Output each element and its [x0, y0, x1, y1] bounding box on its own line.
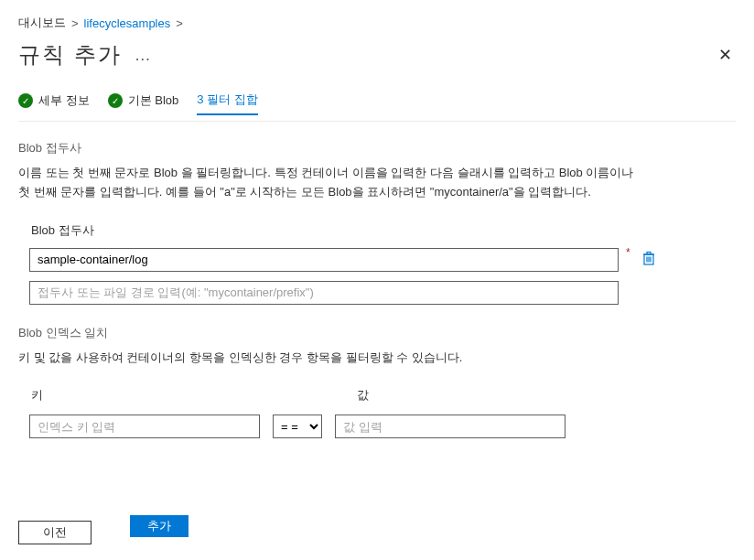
wizard-steps: ✓ 세부 정보 ✓ 기본 Blob 3 필터 집합 — [18, 92, 736, 115]
breadcrumb-link-lifecyclesamples[interactable]: lifecyclesamples — [84, 16, 171, 30]
prefix-input-row-1: * — [18, 248, 736, 272]
wizard-step-label: 세부 정보 — [38, 92, 90, 109]
breadcrumb-root[interactable]: 대시보드 — [18, 15, 66, 31]
prefix-field-label: Blob 접두사 — [31, 222, 736, 239]
index-section: Blob 인덱스 일치 키 및 값을 사용하여 컨테이너의 항목을 인덱싱한 경… — [18, 325, 736, 439]
breadcrumb: 대시보드 > lifecyclesamples > — [18, 15, 736, 31]
prefix-input-1[interactable] — [29, 248, 619, 272]
wizard-step-base-blob[interactable]: ✓ 기본 Blob — [108, 92, 179, 114]
prefix-input-row-2 — [18, 281, 736, 305]
close-button[interactable]: ✕ — [715, 41, 736, 69]
index-value-input[interactable] — [335, 415, 566, 438]
close-icon: ✕ — [718, 46, 732, 64]
prefix-input-2[interactable] — [29, 281, 619, 305]
page-title: 규칙 추가 — [18, 40, 122, 70]
wizard-step-label: 3 필터 집합 — [197, 92, 257, 108]
page-header: 규칙 추가 … ✕ — [18, 40, 736, 70]
prefix-section-description: 이름 또는 첫 번째 문자로 Blob 을 필터링합니다. 특정 컨테이너 이름… — [18, 164, 736, 202]
delete-icon[interactable] — [641, 251, 656, 269]
check-icon: ✓ — [108, 93, 123, 108]
prefix-section: Blob 접두사 이름 또는 첫 번째 문자로 Blob 을 필터링합니다. 특… — [18, 140, 736, 305]
page-title-wrap: 규칙 추가 … — [18, 40, 151, 70]
add-button[interactable]: 추가 — [130, 515, 188, 537]
index-section-description: 키 및 값을 사용하여 컨테이너의 항목을 인덱싱한 경우 항목을 필터링할 수… — [18, 349, 736, 368]
action-row: 이전 추가 — [18, 521, 736, 544]
chevron-right-icon: > — [176, 16, 183, 30]
svg-rect-5 — [647, 252, 651, 254]
kv-key-header: 키 — [31, 387, 357, 404]
kv-input-row: = = — [18, 415, 736, 438]
index-key-input[interactable] — [29, 415, 260, 438]
divider — [18, 121, 736, 122]
more-icon[interactable]: … — [135, 46, 151, 65]
wizard-step-label: 기본 Blob — [128, 92, 179, 109]
index-section-title: Blob 인덱스 일치 — [18, 325, 736, 341]
chevron-right-icon: > — [71, 16, 79, 30]
previous-button[interactable]: 이전 — [18, 521, 92, 544]
wizard-step-filter-set[interactable]: 3 필터 집합 — [197, 92, 257, 115]
prefix-section-title: Blob 접두사 — [18, 140, 736, 156]
kv-header-row: 키 값 — [18, 387, 736, 404]
required-mark: * — [626, 246, 630, 259]
wizard-step-details[interactable]: ✓ 세부 정보 — [18, 92, 90, 114]
index-operator-select[interactable]: = = — [273, 415, 322, 438]
kv-value-header: 값 — [357, 387, 369, 404]
check-icon: ✓ — [18, 93, 33, 108]
